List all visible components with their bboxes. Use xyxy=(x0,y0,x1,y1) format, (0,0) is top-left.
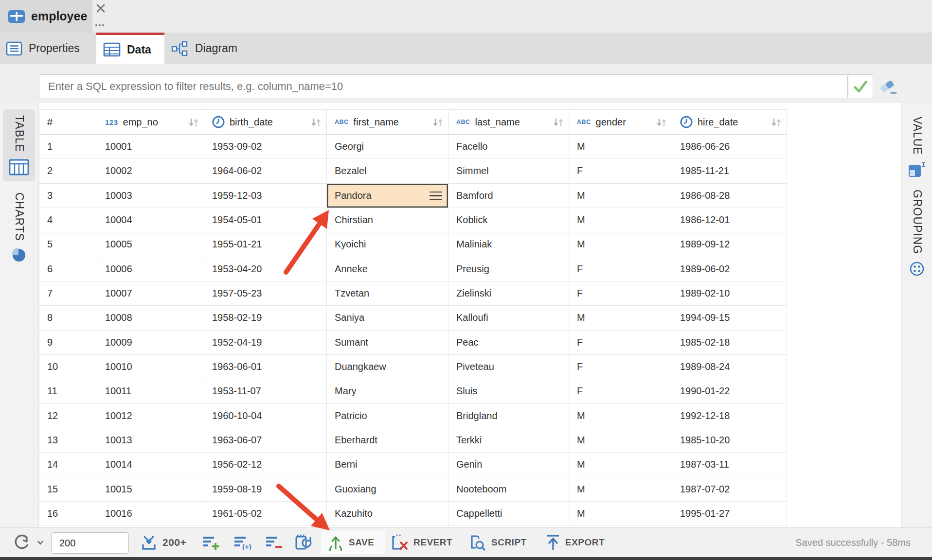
rail-tab-table[interactable]: TABLE xyxy=(3,109,35,181)
table-cell[interactable]: 10010 xyxy=(97,355,204,379)
sort-icon[interactable] xyxy=(656,118,667,127)
table-cell[interactable]: 1985-10-20 xyxy=(672,428,787,453)
table-cell[interactable]: 1961-05-02 xyxy=(204,502,327,526)
refresh-data-button[interactable] xyxy=(294,531,313,554)
table-cell[interactable]: M xyxy=(569,453,672,477)
table-cell[interactable]: 1963-06-07 xyxy=(204,428,327,453)
rail-tab-grouping[interactable]: GROUPING xyxy=(902,184,932,282)
row-limit-input[interactable] xyxy=(51,532,129,554)
table-cell[interactable]: Anneke xyxy=(327,257,448,281)
table-cell[interactable]: 1957-05-23 xyxy=(204,281,327,306)
table-cell[interactable]: Terkki xyxy=(448,428,569,453)
column-header-birth_date[interactable]: birth_date xyxy=(204,109,327,135)
table-cell[interactable]: Bezalel xyxy=(327,159,448,183)
row-number[interactable]: 14 xyxy=(39,453,97,477)
table-cell[interactable]: 1986-06-26 xyxy=(672,135,787,159)
table-cell[interactable]: 1956-02-12 xyxy=(204,453,327,477)
column-header-hire_date[interactable]: hire_date xyxy=(672,109,787,135)
row-number[interactable]: 2 xyxy=(39,159,97,183)
table-cell[interactable]: 1989-09-12 xyxy=(672,232,787,257)
table-cell[interactable]: 10013 xyxy=(97,428,204,453)
table-cell[interactable]: 1994-09-15 xyxy=(672,306,787,330)
table-cell[interactable]: Preusig xyxy=(448,257,569,281)
row-number[interactable]: 16 xyxy=(39,502,97,526)
rail-tab-value[interactable]: VALUE xyxy=(902,111,932,183)
tab-data[interactable]: Data xyxy=(96,33,164,64)
table-cell[interactable]: F xyxy=(569,331,672,355)
table-cell[interactable]: M xyxy=(569,306,672,330)
table-cell[interactable]: M xyxy=(569,135,672,159)
table-cell[interactable]: M xyxy=(569,232,672,257)
table-cell[interactable]: F xyxy=(569,257,672,281)
table-cell[interactable]: M xyxy=(569,404,672,428)
table-cell[interactable]: Georgi xyxy=(327,135,448,159)
table-cell[interactable]: 1992-12-18 xyxy=(672,404,787,428)
tab-properties[interactable]: Properties xyxy=(0,33,96,64)
table-cell[interactable]: Duangkaew xyxy=(327,355,448,379)
duplicate-row-button[interactable]: (+) xyxy=(234,531,252,554)
table-cell[interactable]: 10006 xyxy=(97,257,204,281)
table-cell[interactable]: Cappelletti xyxy=(448,502,569,526)
tab-employee[interactable]: employee xyxy=(0,0,92,33)
table-cell[interactable]: Zielinski xyxy=(448,281,569,306)
table-cell[interactable]: 1989-08-24 xyxy=(672,355,787,379)
clear-filter-button[interactable] xyxy=(878,78,899,96)
table-cell[interactable]: Maliniak xyxy=(448,232,569,257)
table-cell[interactable]: F xyxy=(569,159,672,183)
table-cell[interactable]: 10016 xyxy=(97,502,204,526)
table-cell[interactable]: 10004 xyxy=(97,208,204,232)
row-number[interactable]: 13 xyxy=(39,428,97,453)
table-cell[interactable]: 1987-03-11 xyxy=(672,453,787,477)
table-cell[interactable]: 10008 xyxy=(97,306,204,330)
table-cell[interactable]: 10011 xyxy=(97,379,204,403)
table-cell[interactable]: 10003 xyxy=(97,184,204,208)
table-cell[interactable]: Nooteboom xyxy=(448,477,569,502)
table-cell[interactable]: F xyxy=(569,379,672,403)
row-number[interactable]: 3 xyxy=(39,184,97,208)
table-cell[interactable]: M xyxy=(569,428,672,453)
table-cell[interactable]: Eberhardt xyxy=(327,428,448,453)
table-cell[interactable]: Facello xyxy=(448,135,569,159)
sort-icon[interactable] xyxy=(432,118,443,127)
close-icon[interactable] xyxy=(95,3,106,14)
table-cell[interactable]: 1986-08-28 xyxy=(672,184,787,208)
table-cell[interactable]: 1960-10-04 xyxy=(204,404,327,428)
tab-diagram[interactable]: Diagram xyxy=(164,33,257,64)
column-header-first_name[interactable]: ABCfirst_name xyxy=(327,109,448,135)
cell-menu-icon[interactable] xyxy=(430,192,442,200)
save-button[interactable]: SAVE xyxy=(321,531,385,554)
table-cell[interactable]: M xyxy=(569,477,672,502)
table-cell[interactable]: 10002 xyxy=(97,159,204,183)
table-cell[interactable]: M xyxy=(569,184,672,208)
table-cell[interactable]: 1964-06-02 xyxy=(204,159,327,183)
sort-icon[interactable] xyxy=(553,118,564,127)
table-cell[interactable]: 1989-06-02 xyxy=(672,257,787,281)
table-cell[interactable]: Simmel xyxy=(448,159,569,183)
table-cell[interactable]: Sluis xyxy=(448,379,569,403)
table-cell[interactable]: 1954-05-01 xyxy=(204,208,327,232)
table-cell[interactable]: F xyxy=(569,281,672,306)
row-number[interactable]: 1 xyxy=(39,135,97,159)
row-number[interactable]: 5 xyxy=(39,232,97,257)
column-header-emp_no[interactable]: 123emp_no xyxy=(97,109,204,135)
row-number[interactable]: 10 xyxy=(39,355,97,379)
table-cell[interactable]: Mary xyxy=(327,379,448,403)
table-cell[interactable]: 1985-02-18 xyxy=(672,331,787,355)
sort-icon[interactable] xyxy=(771,118,782,127)
delete-row-button[interactable] xyxy=(266,531,283,554)
table-cell[interactable]: 1963-06-01 xyxy=(204,355,327,379)
table-cell[interactable]: 1955-01-21 xyxy=(204,232,327,257)
table-cell[interactable]: Bamford xyxy=(448,184,569,208)
table-cell[interactable]: Sumant xyxy=(327,331,448,355)
table-cell[interactable]: 1952-04-19 xyxy=(204,331,327,355)
table-cell[interactable]: 1958-02-19 xyxy=(204,306,327,330)
table-cell[interactable]: M xyxy=(569,502,672,526)
row-number[interactable]: 9 xyxy=(39,331,97,355)
export-button[interactable]: EXPORT xyxy=(546,531,605,554)
table-cell[interactable]: Guoxiang xyxy=(327,477,448,502)
table-cell[interactable]: 1995-01-27 xyxy=(672,502,787,526)
table-cell[interactable]: Bridgland xyxy=(448,404,569,428)
row-number[interactable]: 11 xyxy=(39,379,97,403)
script-button[interactable]: SCRIPT xyxy=(468,531,527,554)
table-cell[interactable]: Koblick xyxy=(448,208,569,232)
